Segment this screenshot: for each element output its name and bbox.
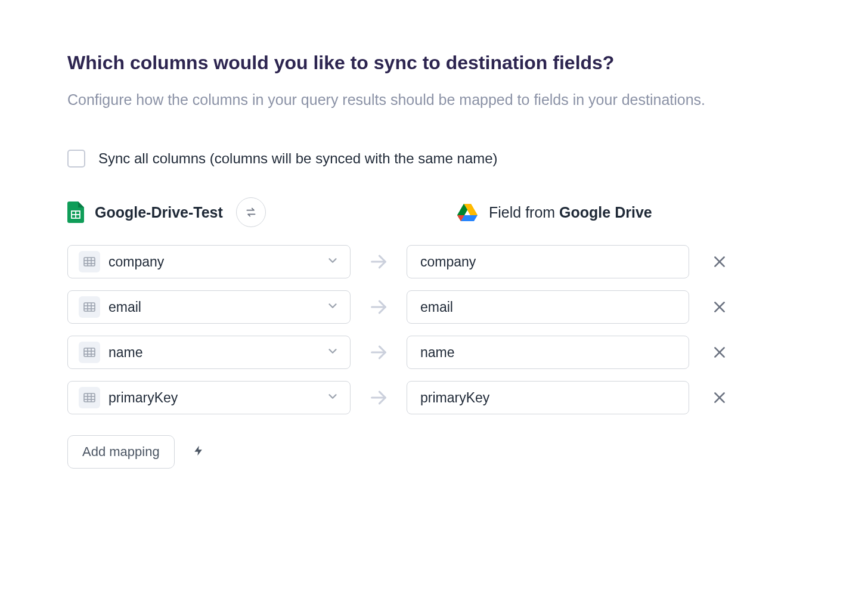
mapping-row: primaryKey [67,381,801,414]
destination-field-input[interactable] [407,290,689,324]
sync-all-label: Sync all columns (columns will be synced… [98,150,498,167]
source-column-select[interactable]: email [67,290,351,324]
chevron-down-icon [326,345,339,360]
remove-mapping-button[interactable] [712,299,727,315]
source-column-select[interactable]: primaryKey [67,381,351,414]
mapping-row: email [67,290,801,324]
source-column-select[interactable]: name [67,336,351,369]
chevron-down-icon [326,390,339,405]
swap-icon [245,206,257,218]
remove-mapping-button[interactable] [712,390,727,405]
page-subtitle: Configure how the columns in your query … [67,89,801,111]
mapping-row: name [67,336,801,369]
mapping-row: company [67,245,801,278]
sync-all-row: Sync all columns (columns will be synced… [67,150,801,168]
source-column-value: name [108,345,326,361]
source-column-value: company [108,254,326,270]
google-drive-icon [457,203,478,222]
google-sheets-icon [67,202,84,223]
source-header: Google-Drive-Test [67,197,351,227]
svg-rect-11 [84,303,95,311]
column-icon [79,251,100,272]
destination-field-input[interactable] [407,336,689,369]
column-icon [79,296,100,318]
destination-field-input[interactable] [407,381,689,414]
arrow-right-icon [368,342,389,362]
bolt-icon [193,442,204,461]
column-icon [79,387,100,408]
destination-label: Field from Google Drive [489,204,652,221]
source-column-value: primaryKey [108,390,326,406]
page-title: Which columns would you like to sync to … [67,51,801,76]
chevron-down-icon [326,299,339,315]
arrow-right-icon [368,297,389,317]
footer-row: Add mapping [67,435,801,469]
source-column-select[interactable]: company [67,245,351,278]
remove-mapping-button[interactable] [712,345,727,360]
columns-header: Google-Drive-Test Field from Google Driv… [67,197,801,227]
arrow-right-icon [368,252,389,272]
svg-rect-19 [84,348,95,356]
sync-all-checkbox[interactable] [67,150,85,168]
source-label: Google-Drive-Test [95,204,223,221]
add-mapping-button[interactable]: Add mapping [67,435,175,469]
column-icon [79,342,100,363]
source-column-value: email [108,299,326,315]
chevron-down-icon [326,254,339,269]
arrow-right-icon [368,388,389,408]
refresh-button[interactable] [236,197,266,227]
destination-header: Field from Google Drive [457,203,652,222]
svg-rect-27 [84,393,95,402]
svg-rect-3 [84,258,95,266]
remove-mapping-button[interactable] [712,254,727,269]
destination-field-input[interactable] [407,245,689,278]
